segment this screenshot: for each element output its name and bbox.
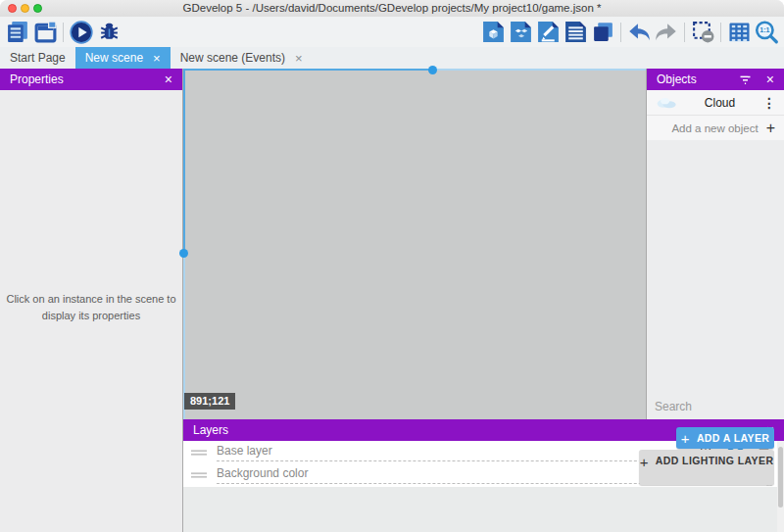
add-object-row[interactable]: Add a new object +	[647, 116, 784, 140]
project-manager-icon	[6, 20, 30, 44]
resize-handle-top[interactable]	[428, 66, 437, 74]
page-pencil-icon	[536, 20, 561, 44]
tab-new-scene-events[interactable]: New scene (Events) ×	[171, 47, 313, 69]
layers-panel: Layers × Base layer	[182, 419, 784, 532]
cursor-coordinates-badge: 891;121	[184, 393, 235, 410]
scene-canvas[interactable]: 891;121	[182, 69, 647, 419]
page-list-icon	[564, 20, 588, 44]
layer-name-field[interactable]: Base layer	[217, 444, 686, 461]
toolbar-separator	[684, 23, 685, 42]
open-objects-editor-button[interactable]	[479, 19, 507, 46]
page-cubes-icon	[509, 20, 533, 44]
tab-label: Start Page	[10, 51, 66, 65]
open-layers-editor-button[interactable]	[589, 19, 616, 46]
scene-window-border-top-light	[433, 69, 646, 71]
tab-start-page[interactable]: Start Page	[0, 47, 75, 69]
layers-footer	[183, 487, 777, 532]
minimize-window-button[interactable]	[21, 4, 29, 13]
toolbar: 1:1	[0, 17, 784, 47]
cloud-object-icon	[655, 96, 677, 109]
toolbar-separator	[720, 23, 721, 42]
add-lighting-layer-button[interactable]: + ADD LIGHTING LAYER	[639, 450, 774, 485]
redo-icon	[654, 20, 679, 45]
add-lighting-layer-label: ADD LIGHTING LAYER	[656, 455, 774, 466]
bug-icon	[97, 20, 122, 44]
close-tab-icon[interactable]: ×	[153, 52, 161, 65]
toggle-grid-button[interactable]	[725, 19, 753, 46]
objects-title: Objects	[657, 73, 738, 86]
traffic-lights	[8, 4, 42, 13]
add-layer-button[interactable]: + ADD A LAYER	[676, 427, 774, 449]
object-name: Cloud	[677, 96, 762, 110]
start-page-button[interactable]	[31, 19, 59, 46]
undo-icon	[626, 20, 652, 45]
properties-header: Properties ×	[0, 69, 182, 90]
scrollbar-thumb[interactable]	[778, 447, 783, 508]
drag-handle-icon[interactable]	[191, 471, 209, 479]
scene-window-border-top	[183, 69, 433, 71]
deselect-icon	[691, 20, 715, 44]
open-instances-list-button[interactable]	[562, 19, 589, 46]
svg-text:1:1: 1:1	[760, 26, 769, 33]
object-row-cloud[interactable]: Cloud ⋮	[647, 90, 784, 116]
project-manager-button[interactable]	[4, 19, 31, 46]
properties-empty-message: Click on an instance in the scene to dis…	[4, 291, 178, 324]
toolbar-separator	[63, 23, 64, 42]
tab-label: New scene	[85, 51, 143, 65]
debugger-button[interactable]	[95, 19, 122, 46]
resize-handle-left[interactable]	[179, 249, 188, 258]
main-area: Properties × Click on an instance in the…	[0, 69, 784, 532]
add-object-label: Add a new object	[671, 122, 758, 134]
toolbar-separator	[620, 23, 621, 42]
add-layer-label: ADD A LAYER	[697, 432, 769, 444]
close-window-button[interactable]	[8, 4, 17, 13]
tab-label: New scene (Events)	[180, 51, 285, 65]
zoom-1-1-icon: 1:1	[754, 20, 779, 45]
scene-window-border-left	[183, 69, 185, 253]
title-bar: GDevelop 5 - /Users/david/Documents/GDev…	[0, 0, 784, 17]
preview-play-button[interactable]	[68, 19, 95, 46]
drag-handle-icon[interactable]	[191, 449, 209, 457]
zoom-window-button[interactable]	[33, 4, 42, 13]
layers-stack-icon	[591, 20, 615, 44]
plus-icon[interactable]: +	[766, 121, 775, 136]
redo-button[interactable]	[653, 19, 680, 46]
properties-panel: Properties × Click on an instance in the…	[0, 69, 182, 532]
objects-search-row	[647, 394, 784, 419]
plus-icon: +	[640, 455, 649, 469]
zoom-1-1-button[interactable]: 1:1	[753, 19, 780, 46]
tab-bar: Start Page New scene × New scene (Events…	[0, 47, 784, 69]
gdevelop-window: GDevelop 5 - /Users/david/Documents/GDev…	[0, 0, 784, 532]
plus-icon: +	[681, 431, 690, 446]
play-icon	[69, 20, 94, 45]
tab-new-scene[interactable]: New scene ×	[75, 47, 171, 69]
close-tab-icon[interactable]: ×	[295, 52, 303, 65]
object-menu-icon[interactable]: ⋮	[762, 95, 776, 111]
filter-icon[interactable]	[738, 73, 753, 87]
edit-scene-properties-button[interactable]	[534, 19, 562, 46]
deselect-instances-button[interactable]	[689, 19, 716, 46]
objects-panel: Objects × Cloud ⋮ Add a new object +	[647, 69, 784, 419]
objects-header: Objects ×	[647, 69, 784, 90]
properties-title: Properties	[10, 73, 165, 86]
window-title: GDevelop 5 - /Users/david/Documents/GDev…	[59, 2, 725, 14]
page-cube-icon	[481, 20, 506, 44]
close-icon[interactable]: ×	[165, 73, 172, 86]
layers-scrollbar[interactable]	[777, 441, 784, 532]
undo-button[interactable]	[625, 19, 653, 46]
grid-icon	[727, 20, 752, 44]
close-icon[interactable]: ×	[766, 73, 774, 86]
window-icon	[33, 20, 58, 44]
open-object-groups-button[interactable]	[507, 19, 534, 46]
objects-search-input[interactable]	[655, 400, 784, 413]
